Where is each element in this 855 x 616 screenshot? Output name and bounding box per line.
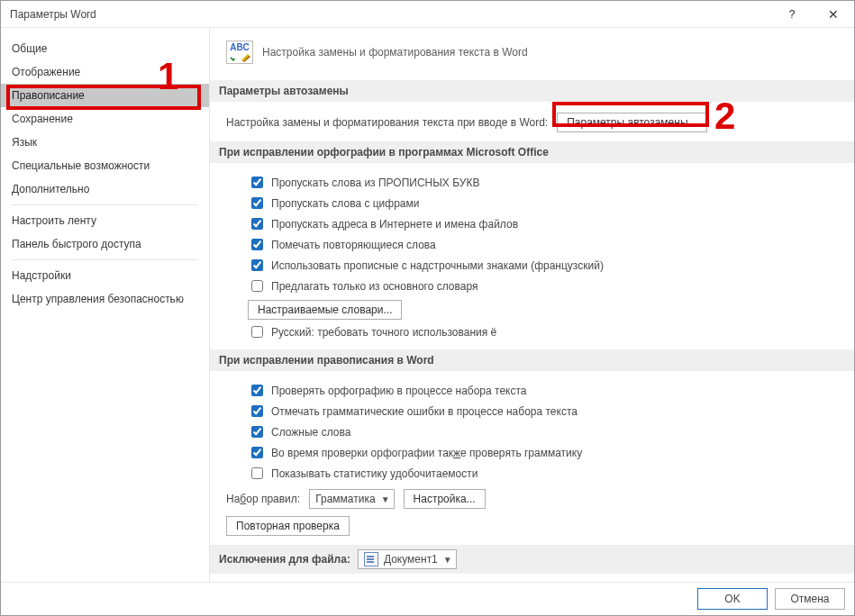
proofing-icon: ABC [226,41,253,64]
nav-item-accessibility[interactable]: Специальные возможности [1,154,209,177]
chk-repeated-input[interactable] [251,239,263,250]
nav-separator-2 [12,259,198,260]
cancel-button[interactable]: Отмена [775,588,845,610]
rules-select-value: Грамматика [315,493,375,505]
chk-russian-yo-input[interactable] [251,326,263,338]
chk-grammar-with-spelling-input[interactable] [251,447,263,458]
document-icon [364,552,378,566]
chk-uppercase[interactable]: Пропускать слова из ПРОПИСНЫХ БУКВ [248,174,479,191]
chk-uppercase-input[interactable] [251,177,263,188]
chk-internet[interactable]: Пропускать адреса в Интернете и имена фа… [248,215,518,232]
chk-grammar-with-spelling[interactable]: Во время проверки орфографии также прове… [248,444,582,461]
dialog-footer: OK Отмена [1,583,854,615]
chk-russian-yo[interactable]: Русский: требовать точного использования… [248,323,496,340]
chk-readability[interactable]: Показывать статистику удобочитаемости [248,465,478,482]
chk-spelling-live-input[interactable] [251,385,263,396]
chk-repeated[interactable]: Помечать повторяющиеся слова [248,236,436,253]
chk-spelling-live[interactable]: Проверять орфографию в процессе набора т… [248,382,527,399]
page-header: ABC Настройка замены и форматирования те… [226,35,838,73]
group-autocorrect: Параметры автозамены [210,80,854,102]
rules-row: Набор правил: Грамматика ▼ Настройка... [226,484,838,514]
exceptions-title: Исключения для файла: [219,553,350,566]
content-area: ABC Настройка замены и форматирования те… [210,28,854,582]
chk-compound-input[interactable] [251,426,263,438]
chk-maindict[interactable]: Предлагать только из основного словаря [248,277,478,294]
autocorrect-desc: Настройка замены и форматирования текста… [226,116,548,129]
custom-dictionaries-button[interactable]: Настраиваемые словари... [248,300,402,320]
titlebar: Параметры Word ? ✕ [1,1,854,28]
nav-item-trust-center[interactable]: Центр управления безопасностью [1,287,209,311]
nav-item-general[interactable]: Общие [1,37,209,60]
chk-grammar-live[interactable]: Отмечать грамматические ошибки в процесс… [248,403,578,420]
dialog-body: Общие Отображение Правописание Сохранени… [1,28,854,583]
chk-readability-input[interactable] [251,467,263,479]
nav-item-customize-ribbon[interactable]: Настроить ленту [1,209,209,232]
ok-button[interactable]: OK [697,588,768,610]
rules-label: Набор правил: [226,493,300,505]
chevron-down-icon: ▼ [443,555,452,565]
nav-item-advanced[interactable]: Дополнительно [1,177,209,201]
exceptions-doc-value: Документ1 [384,553,438,566]
nav-item-qat[interactable]: Панель быстрого доступа [1,232,209,256]
chk-maindict-input[interactable] [251,280,263,292]
group-spelling-office: При исправлении орфографии в программах … [210,141,854,163]
chk-compound[interactable]: Сложные слова [248,423,350,440]
nav-separator-1 [12,204,198,205]
chk-grammar-with-spelling-label: Во время проверки орфографии также прове… [271,447,582,459]
nav-item-language[interactable]: Язык [1,131,209,154]
nav-item-addins[interactable]: Надстройки [1,264,209,287]
chk-french[interactable]: Использовать прописные с надстрочными зн… [248,257,604,274]
chk-numbers-input[interactable] [251,197,263,209]
chk-french-input[interactable] [251,259,263,271]
category-sidebar: Общие Отображение Правописание Сохранени… [1,28,210,582]
word-options-dialog: Параметры Word ? ✕ Общие Отображение Пра… [0,0,855,616]
autocorrect-row: Настройка замены и форматирования текста… [226,111,838,134]
chk-internet-input[interactable] [251,218,263,230]
exceptions-doc-select[interactable]: Документ1 ▼ [358,549,457,569]
help-button[interactable]: ? [771,1,813,28]
chevron-down-icon: ▼ [381,494,390,504]
group-exceptions: Исключения для файла: Документ1 ▼ [210,545,854,574]
window-title: Параметры Word [10,8,771,21]
nav-item-save[interactable]: Сохранение [1,107,209,131]
autocorrect-options-button[interactable]: Параметры автозамены... [557,113,706,132]
group-spelling-word: При исправлении правописания в Word [210,349,854,371]
nav-item-display[interactable]: Отображение [1,60,209,84]
recheck-button[interactable]: Повторная проверка [226,516,350,536]
chk-numbers[interactable]: Пропускать слова с цифрами [248,195,419,212]
page-header-text: Настройка замены и форматирования текста… [262,46,528,59]
nav-item-proofing[interactable]: Правописание [1,84,209,107]
chk-grammar-live-input[interactable] [251,405,263,417]
rules-select[interactable]: Грамматика ▼ [309,489,394,509]
rules-settings-button[interactable]: Настройка... [404,489,486,509]
close-button[interactable]: ✕ [813,1,854,28]
